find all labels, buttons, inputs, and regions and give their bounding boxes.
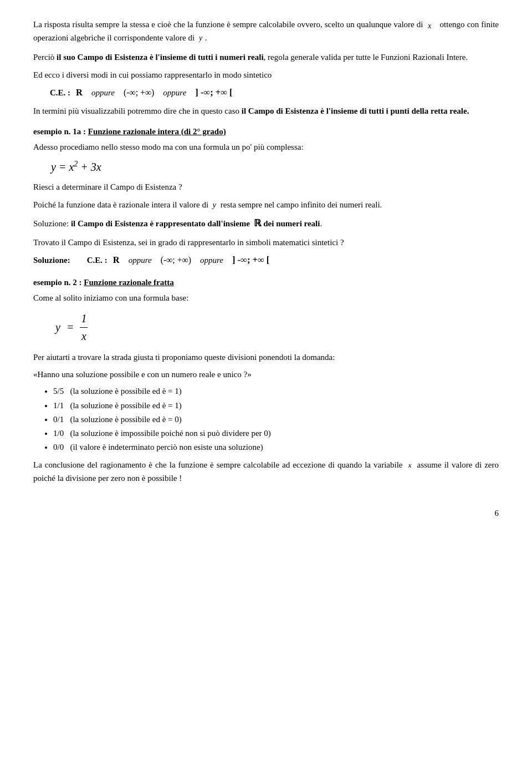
per-aiutarti: Per aiutarti a trovare la strada giusta … — [33, 351, 499, 364]
esempio-title-1: Funzione razionale intera (di 2° grado) — [88, 127, 226, 136]
bullet-item-1: 5/5 (la soluzione è possibile ed è = 1) — [53, 385, 499, 398]
domanda-quote: «Hanno una soluzione possibile e con un … — [33, 368, 499, 381]
example2-heading: esempio n. 2 : Funzione razionale fratta — [33, 276, 499, 289]
bullet-item-2: 1/1 (la soluzione è possibile ed è = 1) — [53, 399, 499, 412]
example1-heading: esempio n. 1a : Funzione razionale inter… — [33, 125, 499, 138]
svg-text:y: y — [199, 34, 203, 42]
esempio-title-2: Funzione razionale fratta — [84, 278, 173, 287]
paragraph-3: Ed ecco i diversi modi in cui possiamo r… — [33, 68, 499, 82]
var-x-inline: x — [428, 20, 436, 29]
esempio-num-2: 2 : — [73, 278, 84, 287]
bold-soluzione-1: il Campo di Esistenza è rappresentato da… — [71, 219, 250, 228]
oppure-2a: oppure — [129, 253, 152, 267]
bold-campo: il suo Campo di Esistenza è l'insieme di… — [57, 53, 263, 62]
svg-text:x: x — [428, 22, 432, 30]
page-number: 6 — [33, 507, 499, 520]
ce-label-1: C.E. : — [50, 86, 70, 99]
bold-dei-numeri: dei numeri reali — [263, 219, 320, 228]
oppure-1a: oppure — [91, 86, 115, 99]
sup-2: 2 — [74, 160, 78, 168]
esempio-num-1: 1a : — [73, 127, 88, 136]
esempio-label-1: esempio n. — [33, 127, 73, 136]
formula-1: y = x2 + 3x — [51, 158, 499, 176]
var-x-conclusion: x — [408, 461, 412, 469]
interval-open-2: (-∞; +∞) — [161, 253, 191, 267]
ce-label-2: C.E. : — [87, 253, 108, 267]
oppure-2b: oppure — [200, 253, 223, 267]
paragraph-5: In termini più visualizzabili potremmo d… — [33, 104, 499, 118]
fraction-numerator: 1 — [80, 310, 88, 328]
var-y-inline: y — [199, 33, 205, 42]
interval-bracket-2: ] -∞; +∞ [ — [232, 253, 269, 267]
paragraph-2: Perciò il suo Campo di Esistenza è l'ins… — [33, 50, 499, 64]
paragraph-1: La risposta risulta sempre la stessa e c… — [33, 18, 499, 45]
bold-campo-2: il Campo di Esistenza è l'insieme di tut… — [242, 106, 469, 115]
interval-bracket-1: ] -∞; +∞ [ — [195, 85, 232, 100]
ce-line-1: C.E. : R oppure (-∞; +∞) oppure ] -∞; +∞… — [50, 85, 499, 100]
bullet-item-5: 0/0 (il valore è indeterminato perciò no… — [53, 441, 499, 454]
R-double-symbol: ℝ — [254, 218, 261, 229]
riesci-question: Riesci a determinare il Campo di Esisten… — [33, 180, 499, 194]
fraction-1-over-x: 1 x — [80, 310, 88, 345]
oppure-1b: oppure — [163, 86, 186, 99]
trovato-text: Trovato il Campo di Esistenza, sei in gr… — [33, 236, 499, 249]
example2-desc: Come al solito iniziamo con una formula … — [33, 291, 499, 305]
page-content: La risposta risulta sempre la stessa e c… — [33, 18, 499, 520]
soluzione-1: Soluzione: il Campo di Esistenza è rappr… — [33, 216, 499, 231]
interval-open-1: (-∞; +∞) — [124, 85, 154, 99]
bullet-item-4: 1/0 (la soluzione è impossibile poiché n… — [53, 427, 499, 440]
conclusion-text: La conclusione del ragionamento è che la… — [33, 458, 499, 485]
R-symbol-1: R — [76, 85, 83, 100]
var-y-2: y — [213, 200, 217, 209]
R-symbol-2: R — [113, 253, 120, 267]
soluzione-ce-line: Soluzione: C.E. : R oppure (-∞; +∞) oppu… — [33, 253, 499, 267]
fraction-denominator: x — [80, 328, 88, 345]
bullet-item-3: 0/1 (la soluzione è possibile ed è = 0) — [53, 413, 499, 426]
divisions-list: 5/5 (la soluzione è possibile ed è = 1) … — [53, 385, 499, 454]
poiche-text: Poiché la funzione data è razionale inte… — [33, 198, 499, 211]
formula-2: y = 1 x — [55, 310, 499, 345]
esempio-label-2: esempio n. — [33, 278, 73, 287]
example1-desc: Adesso procediamo nello stesso modo ma c… — [33, 140, 499, 154]
sol-label: Soluzione: — [33, 253, 70, 267]
